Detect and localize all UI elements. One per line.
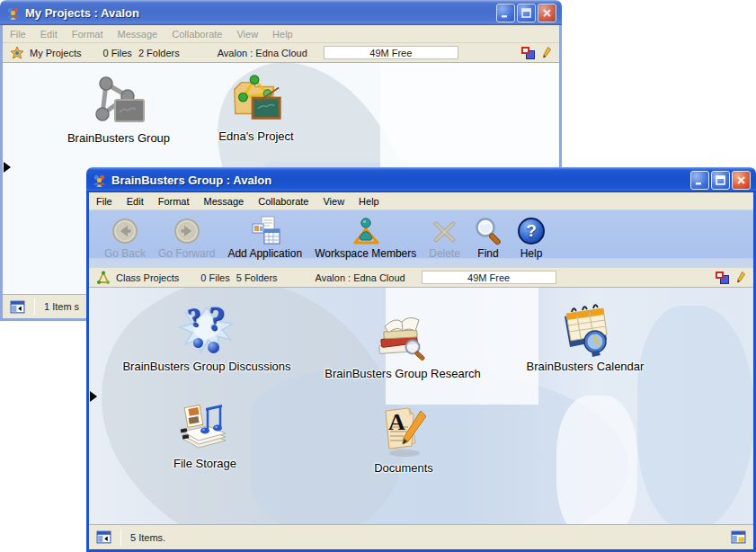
titlebar[interactable]: BrainBusters Group : Avalon — [86, 167, 756, 192]
view-toggle-icon[interactable] — [731, 530, 746, 545]
pencil-icon[interactable] — [541, 46, 552, 59]
documents-icon: A — [374, 404, 433, 459]
window-title: BrainBusters Group : Avalon — [111, 174, 271, 187]
item-label: BrainBusters Group — [67, 131, 170, 145]
status-bar: 5 Items. — [89, 524, 753, 549]
account-label: Avalon : Edna Cloud — [218, 48, 307, 58]
calendar-icon — [556, 302, 615, 358]
close-button[interactable] — [732, 171, 751, 190]
menu-bar: File Edit Format Message Collaborate Vie… — [3, 25, 559, 43]
help-button[interactable]: ? Help — [510, 215, 553, 261]
go-back-icon — [110, 216, 140, 246]
question-glyph: ? — [526, 221, 537, 241]
files-count: 0 Files — [200, 272, 229, 283]
panel-toggle-icon[interactable] — [96, 530, 111, 545]
window-title: My Projects : Avalon — [25, 6, 139, 20]
overlap-squares-icon[interactable] — [716, 272, 729, 284]
item-label: Documents — [374, 461, 433, 475]
divider — [34, 298, 35, 315]
minimize-button[interactable] — [496, 4, 515, 22]
find-icon — [473, 216, 503, 246]
free-space-indicator: 49M Free — [324, 46, 458, 59]
go-back-button: Go Back — [98, 215, 152, 261]
menu-item-help[interactable]: Help — [351, 193, 387, 209]
group-network-icon — [89, 74, 148, 129]
menu-item-message[interactable]: Message — [197, 193, 252, 209]
item-label: File Storage — [173, 457, 236, 470]
workspace-members-icon — [351, 216, 381, 246]
letter-a-glyph: A — [388, 409, 405, 436]
info-bar: Class Projects 0 Files 5 Folders Avalon … — [89, 268, 753, 288]
item-label: BrainBusters Group Research — [325, 367, 480, 380]
research-icon — [373, 309, 432, 365]
status-text: 1 Item s — [44, 301, 79, 312]
close-button[interactable] — [538, 4, 556, 22]
item-research[interactable]: BrainBusters Group Research — [308, 309, 497, 380]
item-label: BrainBusters Calendar — [527, 360, 645, 373]
item-label: BrainBusters Group Discussions — [122, 360, 290, 373]
sidebar-expander[interactable] — [90, 391, 97, 402]
menu-item-message[interactable]: Message — [111, 26, 165, 42]
dot — [208, 342, 219, 353]
delete-button: Delete — [422, 215, 467, 261]
menu-item-collaborate[interactable]: Collaborate — [251, 193, 316, 209]
add-application-icon — [250, 216, 280, 246]
maximize-button[interactable] — [517, 4, 536, 22]
item-ednas-project[interactable]: Edna's Project — [162, 72, 351, 143]
overlap-squares-icon[interactable] — [521, 47, 535, 59]
menu-item-file[interactable]: File — [89, 193, 120, 209]
menu-item-edit[interactable]: Edit — [120, 193, 151, 209]
watermark — [556, 396, 637, 524]
pencil-icon[interactable] — [735, 271, 746, 284]
my-projects-icon — [10, 46, 24, 60]
status-text: 5 Items. — [130, 532, 165, 543]
find-button[interactable]: Find — [467, 215, 510, 261]
help-icon: ? — [516, 216, 547, 246]
folders-count: 2 Folders — [138, 48, 180, 58]
go-forward-icon — [172, 216, 202, 246]
menu-bar: File Edit Format Message Collaborate Vie… — [89, 192, 753, 210]
add-application-button[interactable]: Add Application — [221, 215, 308, 261]
item-discussions[interactable]: ? ? BrainBusters Group Discussions — [112, 302, 301, 373]
watermark — [380, 63, 559, 171]
menu-item-help[interactable]: Help — [265, 26, 300, 42]
window-brainbusters-group: BrainBusters Group : Avalon File Edit Fo… — [86, 167, 756, 552]
discussions-icon: ? ? — [177, 302, 236, 358]
dot — [193, 338, 203, 348]
sidebar-expander[interactable] — [4, 162, 11, 173]
info-bar: My Projects 0 Files 2 Folders Avalon : E… — [3, 43, 559, 63]
divider — [120, 530, 121, 546]
workspace-view: ? ? BrainBusters Group Discussions — [89, 288, 753, 524]
files-count: 0 Files — [102, 48, 131, 58]
location-label: My Projects — [30, 48, 81, 58]
menu-item-format[interactable]: Format — [65, 26, 111, 42]
file-storage-icon — [175, 399, 235, 455]
toolbar: Go Back Go Forward — [89, 210, 753, 268]
menu-item-view[interactable]: View — [316, 193, 351, 209]
minimize-button[interactable] — [690, 171, 709, 190]
account-label: Avalon : Edna Cloud — [316, 272, 405, 283]
window-icon — [92, 173, 107, 188]
location-label: Class Projects — [116, 272, 179, 283]
menu-item-file[interactable]: File — [3, 26, 33, 42]
menu-item-edit[interactable]: Edit — [33, 26, 65, 42]
item-calendar[interactable]: BrainBusters Calendar — [491, 302, 680, 373]
menu-item-view[interactable]: View — [229, 26, 265, 42]
folders-count: 5 Folders — [236, 272, 278, 283]
menu-item-collaborate[interactable]: Collaborate — [165, 26, 229, 42]
maximize-button[interactable] — [711, 171, 730, 190]
project-folder-icon — [227, 72, 286, 128]
go-forward-button: Go Forward — [152, 215, 221, 261]
workspace-members-button[interactable]: Workspace Members — [308, 215, 422, 261]
item-documents[interactable]: A Documents — [309, 404, 498, 475]
titlebar[interactable]: My Projects : Avalon — [0, 0, 562, 25]
item-label: Edna's Project — [218, 129, 293, 143]
free-space-indicator: 49M Free — [422, 271, 556, 284]
menu-item-format[interactable]: Format — [151, 193, 197, 209]
screen: My Projects : Avalon File Edit Format Me… — [0, 0, 756, 552]
window-icon — [5, 5, 21, 21]
delete-icon — [430, 216, 460, 246]
panel-toggle-icon[interactable] — [10, 299, 25, 315]
class-projects-icon — [96, 271, 111, 285]
item-file-storage[interactable]: File Storage — [111, 399, 299, 470]
